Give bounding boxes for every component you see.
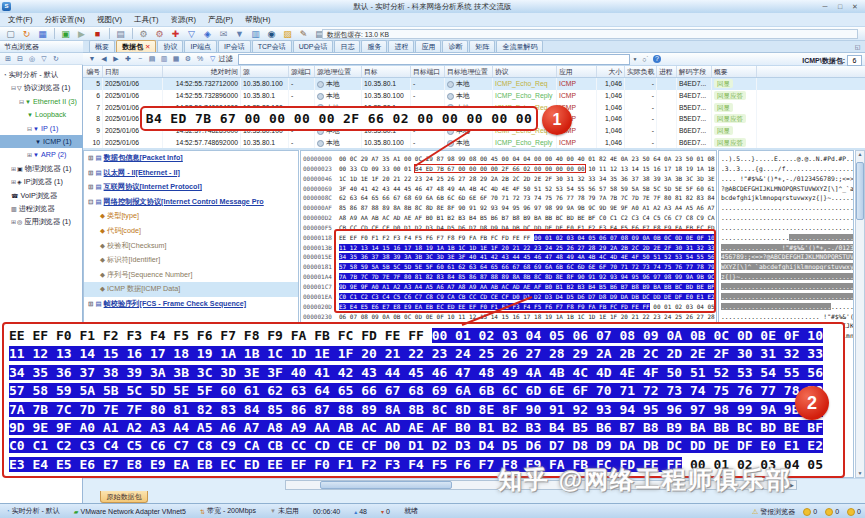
tab-矩阵[interactable]: 矩阵	[469, 40, 495, 52]
new-capture-icon[interactable]: ▢	[3, 28, 18, 40]
tabbar-options-icon[interactable]: ◱	[853, 43, 862, 51]
remove-row-icon[interactable]: −	[134, 54, 146, 64]
hex-line[interactable]: 000000461C 1D 1E 1F 20 21 22 23 24 25 26…	[301, 174, 716, 184]
chart-icon[interactable]: ▥	[248, 28, 263, 40]
decode-tree-item[interactable]: ◆序列号[Sequence Number]	[84, 268, 298, 283]
packet-tool-icon[interactable]: ✉	[216, 28, 231, 40]
ascii-line[interactable]: ...................................	[719, 223, 853, 233]
tab-概要[interactable]: 概要	[89, 40, 115, 52]
folder-icon[interactable]: ▨	[280, 28, 295, 40]
add-row-icon[interactable]: ✚	[122, 54, 134, 64]
menu-item[interactable]: 视图(V)	[91, 13, 128, 27]
collapse-all-icon[interactable]: ⊟	[14, 54, 26, 64]
column-header[interactable]: 目标端口	[411, 66, 445, 77]
ascii-line[interactable]: ...................................	[719, 282, 853, 292]
link-icon[interactable]: ◈	[200, 28, 215, 40]
percent-icon[interactable]: %	[194, 54, 206, 64]
vertical-scrollbar-thumb[interactable]	[856, 162, 864, 220]
column-header[interactable]: 目标地理位置	[445, 66, 493, 77]
menu-item[interactable]: 资源(R)	[165, 13, 202, 27]
column-header[interactable]: 进程	[657, 66, 677, 77]
hex-line[interactable]: 000001A47A 7B 7C 7D 7E 7F 80 81 82 83 84…	[301, 272, 716, 282]
tab-全流量解码[interactable]: 全流量解码	[496, 40, 543, 52]
scroll-up-icon[interactable]: ▲	[856, 150, 864, 158]
menu-item[interactable]: 工具(T)	[128, 13, 165, 27]
ascii-line[interactable]: ...................................	[719, 292, 853, 302]
tree-expander-icon[interactable]: ⊞	[11, 219, 16, 225]
analysis-settings-icon[interactable]: ▤	[113, 28, 128, 40]
hex-line[interactable]: 000000D2A8 A9 AA AB AC AD AE AF B0 B1 B2…	[301, 213, 716, 223]
column-header[interactable]: 概要	[712, 66, 757, 77]
tab-应用[interactable]: 应用	[415, 40, 441, 52]
page-icon[interactable]: ▤	[146, 54, 158, 64]
node-browser-item[interactable]: ⊞▣物理浏览器 (1)	[0, 162, 83, 175]
save-icon[interactable]: ▦	[35, 28, 50, 40]
ascii-line[interactable]: .......................... !"#$%&'(	[719, 312, 853, 322]
globe-icon[interactable]: ◉	[264, 28, 279, 40]
node-browser-item[interactable]: ⊟▼IP (1)	[0, 122, 83, 135]
table-row[interactable]: 62025/01/0614:52:55.73289600010.35.80.1-…	[83, 90, 865, 102]
column-header[interactable]: 编号	[83, 66, 103, 77]
expand-all-icon[interactable]: ⊞	[2, 54, 14, 64]
tab-TCP会话[interactable]: TCP会话	[252, 40, 292, 52]
next-packet-icon[interactable]: ▶	[110, 54, 122, 64]
ascii-line[interactable]: ...................................	[719, 203, 853, 213]
hex-line[interactable]: 0000015E34 35 36 37 38 39 3A 3B 3C 3D 3E…	[301, 252, 716, 262]
node-refresh-icon[interactable]: ↻	[50, 54, 62, 64]
menu-item[interactable]: 产品(P)	[202, 13, 239, 27]
node-gear-icon[interactable]: ⚙	[152, 28, 167, 40]
filter-dropdown-icon[interactable]: ▼	[632, 56, 637, 62]
table-row[interactable]: 102025/01/0614:52:57.74869200010.35.80.1…	[83, 137, 865, 148]
column-header[interactable]: 源地理位置	[315, 66, 362, 77]
tab-UDP会话[interactable]: UDP会话	[293, 40, 334, 52]
node-browser-item[interactable]: ⊟▼Ethernet II (3)	[0, 95, 83, 108]
node-browser-item[interactable]: ⊟▽协议浏览器 (1)	[0, 81, 83, 94]
tree-expander-icon[interactable]: ⊞	[88, 154, 93, 161]
column-header[interactable]: 实际负载	[625, 66, 657, 77]
tree-expander-icon[interactable]: ⊟	[27, 126, 32, 132]
decode-tree-item[interactable]: ◆校验和[Checksum]	[84, 239, 298, 254]
ascii-line[interactable]: ............... !"#$%&'()*+,-./0123	[719, 243, 853, 253]
menu-item[interactable]: 分析设置(N)	[39, 13, 91, 27]
node-browser-item[interactable]: ▼ICMP (1)	[0, 135, 83, 148]
hex-line[interactable]: 000001EAC0 C1 C2 C3 C4 C5 C6 C7 C8 C9 CA…	[301, 292, 716, 302]
hex-line[interactable]: 000000AF85 86 87 88 89 8A 8B 8C 8D 8E 8F…	[301, 203, 716, 213]
decode-tree-item[interactable]: ◆代码[code]	[84, 224, 298, 239]
ascii-line[interactable]: ..).5...}.....E.....@.@..N.#Pd.#P..	[719, 154, 853, 164]
ascii-line[interactable]: .... !"#$%&'()*+,-./0123456789:;<=>	[719, 174, 853, 184]
close-button[interactable]: ✕	[848, 1, 862, 12]
node-browser-item[interactable]: ⊞◈IP浏览器 (1)	[0, 175, 83, 188]
search-icon[interactable]: ○˙	[642, 56, 649, 63]
tree-expander-icon[interactable]: ⊞	[88, 183, 93, 190]
export-icon[interactable]: ▼	[86, 54, 98, 64]
node-browser-item[interactable]: ☎VoIP浏览器	[0, 189, 83, 202]
tab-IP端点[interactable]: IP端点	[184, 40, 217, 52]
hex-line[interactable]: 000001C79D 9E 9F A0 A1 A2 A3 A4 A5 A6 A7…	[301, 282, 716, 292]
decode-tree-item[interactable]: ⊞▤互联网协议[Internet Protocol]	[84, 180, 298, 195]
tree-expander-icon[interactable]: ⊞	[11, 179, 16, 185]
ascii-line[interactable]: .3..3....{g..../f..................	[719, 164, 853, 174]
horizontal-scrollbar-thumb[interactable]	[320, 481, 452, 489]
column-header[interactable]: 日期	[103, 66, 163, 77]
start-icon[interactable]: ▶	[74, 28, 89, 40]
tap-filter-icon[interactable]: ▼	[232, 28, 247, 40]
hex-line[interactable]: 0000002300 33 CD 09 33 00 01 B4 ED 7B 67…	[301, 164, 716, 174]
tree-expander-icon[interactable]: ⊞	[27, 152, 32, 158]
copy-icon[interactable]: ▦	[170, 54, 182, 64]
tab-数据包[interactable]: 数据包✕	[116, 40, 156, 52]
decode-tree-item[interactable]: ⊟▤网络控制报文协议[Internet Control Message Pro	[84, 195, 298, 210]
tab-诊断[interactable]: 诊断	[442, 40, 468, 52]
decode-tree-item[interactable]: ⊞▤帧校验序列[FCS - Frame Check Sequence]	[84, 297, 298, 312]
decode-tree-item[interactable]: ⊞▤以太网 - II[Ethernet - II]	[84, 166, 298, 181]
minimize-button[interactable]: ─	[818, 1, 832, 12]
ascii-line[interactable]: ...................................	[719, 213, 853, 223]
hex-line[interactable]: 000000F5CB CC CD CE CF D0 D1 D2 D3 D4 D5…	[301, 223, 716, 233]
hex-line[interactable]: 0000018157 58 59 5A 5B 5C 5D 5E 5F 60 61…	[301, 262, 716, 272]
decode-tree-item[interactable]: ⊞▤数据包信息[Packet Info]	[84, 151, 298, 166]
decode-tree-item[interactable]: ◆ICMP 数据[ICMP Data]	[84, 282, 298, 297]
column-header[interactable]: 大小	[597, 66, 625, 77]
ascii-line[interactable]: WXYZ[\]^_`abcdefghijklmnopqrstuvwxy	[719, 262, 853, 272]
ascii-line[interactable]: z{|}~..............................	[719, 272, 853, 282]
help-icon[interactable]: ?	[653, 55, 661, 63]
column-header[interactable]: 绝对时间	[163, 66, 241, 77]
